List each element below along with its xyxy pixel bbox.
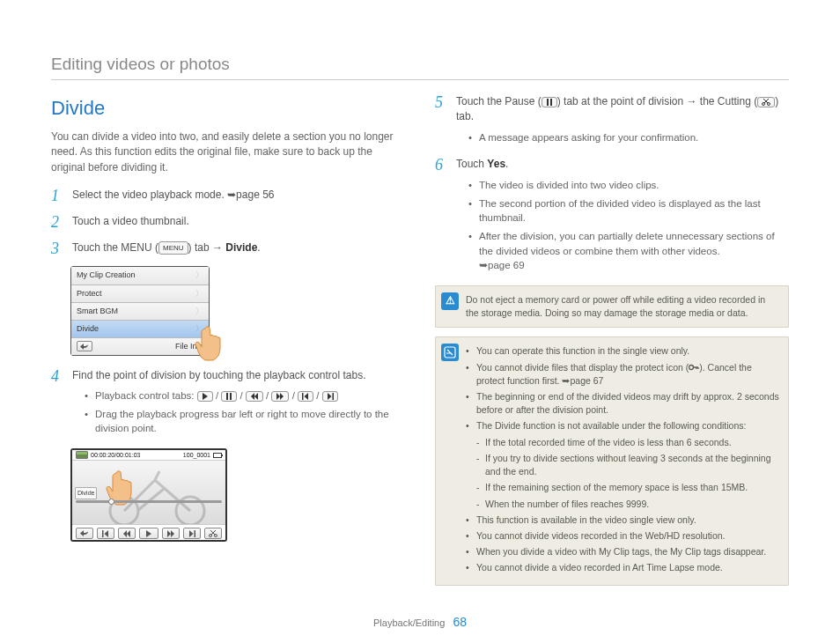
bullet: The second portion of the divided video … [468,196,789,225]
menu-screenshot: My Clip Creation〉 Protect〉 Smart BGM〉 Di… [70,266,210,355]
player-screenshot: 00:00:20/00:01:03 100_0001 Divide [70,448,227,542]
info-bullet: The beginning or end of the divided vide… [466,390,779,417]
step-1: 1 Select the video playback mode. ➥page … [51,188,405,205]
step-number: 4 [51,368,67,386]
svg-rect-0 [226,393,228,400]
info-bullet: This function is available in the video … [466,514,779,527]
menu-item-label: My Clip Creation [77,270,136,281]
bullet-text: Playback control tabs: [95,390,197,401]
menu-item: Protect〉 [71,285,209,303]
step-number: 1 [51,188,67,205]
info-sub-bullet: If the remaining section of the memory s… [466,481,779,494]
bullet: Drag the playback progress bar left or r… [85,407,405,436]
divide-label: Divide [225,241,257,254]
step-2: 2 Touch a video thumbnail. [51,214,405,232]
bullet: Playback control tabs: / / / / / [85,388,405,403]
pause-icon [542,97,557,107]
info-bullet: You cannot divide videos recorded in the… [466,529,779,543]
page-ref-text: page 69 [488,260,525,270]
page-heading: Editing videos or photos [51,55,789,80]
step-6: 6 Touch Yes. The video is divided into t… [435,157,789,276]
step-body: Touch a video thumbnail. [72,214,405,229]
timecode: 00:00:20/00:01:03 [91,451,140,460]
page-ref-text: page 56 [236,188,274,201]
info-bullet: When you divide a video with My Clip tag… [466,545,779,558]
rewind-button [118,528,136,539]
info-sub-bullet: When the number of files reaches 9999. [466,498,779,511]
step-text: Select the video playback mode. [72,188,227,201]
info-sub-bullet: If the total recorded time of the video … [466,436,779,449]
svg-rect-2 [302,393,304,400]
step-text: ) tab at the point of division → the Cut… [557,95,757,107]
page-ref-text: page 67 [570,375,603,386]
svg-rect-1 [230,393,232,400]
footer-section: Playback/Editing [373,617,445,628]
step-number: 6 [435,157,451,174]
frame-forward-icon [322,391,338,402]
bullet-text: After the division, you can partially de… [479,231,775,256]
step-text: ) tab → [188,241,226,254]
menu-item-label: Smart BGM [77,306,118,317]
menu-item-label: Protect [77,288,102,299]
menu-item: My Clip Creation〉 [71,267,209,285]
svg-rect-7 [195,530,196,537]
step-text: Touch [456,158,487,170]
cut-button [204,528,222,539]
menu-item: Smart BGM〉 [71,303,209,321]
step-text: . [257,241,260,254]
chevron-right-icon: 〉 [195,288,203,299]
play-icon [197,391,213,402]
step-number: 3 [51,240,67,258]
clipname: 100_0001 [183,451,210,460]
page-footer: Playback/Editing 68 [0,615,840,629]
frame-forward-button [183,528,201,539]
info-bullet: You can operate this function in the sin… [466,344,779,358]
svg-rect-6 [102,530,104,537]
intro-paragraph: You can divide a video into two, and eas… [51,129,405,175]
step-text: Touch the MENU ( [72,241,158,254]
menu-bottom-row: File Info [71,338,209,355]
back-icon [77,341,92,351]
step-3: 3 Touch the MENU (MENU) tab → Divide. [51,240,405,258]
bike-illustration [76,462,225,524]
info-icon [441,344,459,361]
bullet: The video is divided into two video clip… [468,178,789,193]
warning-text: Do not eject a memory card or power off … [466,294,765,318]
step-text: Find the point of division by touching t… [72,369,366,381]
svg-rect-10 [547,99,549,106]
page-number: 68 [453,615,467,629]
step-text: Touch the Pause ( [456,95,542,107]
player-viewport: Divide [72,461,225,524]
menu-button-icon: MENU [158,241,188,255]
player-controls [72,524,225,542]
info-bullet: You cannot divide a video recorded in Ar… [466,561,779,574]
info-note: You can operate this function in the sin… [435,336,789,585]
step-5: 5 Touch the Pause () tab at the point of… [435,94,789,148]
step-number: 2 [51,214,67,232]
info-bullet: You cannot divide files that display the… [466,361,779,388]
info-sub-bullet: If you try to divide sections without le… [466,452,779,478]
step-body: Select the video playback mode. ➥page 56 [72,188,405,203]
play-button [139,528,158,539]
hand-pointer-icon [193,325,228,362]
step-4: 4 Find the point of division by touching… [51,368,405,440]
step-body: Touch Yes. The video is divided into two… [456,157,789,276]
scissors-icon [757,97,775,107]
step-text: . [505,158,508,170]
fast-forward-icon [271,391,289,402]
info-bullet: The Divide function is not available und… [466,419,779,432]
warning-icon: ⚠ [441,292,459,310]
chevron-right-icon: 〉 [195,270,203,281]
svg-rect-3 [332,393,334,400]
thumbnail-icon [76,451,88,459]
chevron-right-icon: 〉 [195,306,203,317]
key-icon [689,364,699,371]
yes-label: Yes [487,158,505,170]
frame-back-icon [298,391,313,402]
section-title: Divide [51,94,405,122]
svg-rect-11 [550,99,552,106]
step-body: Touch the MENU (MENU) tab → Divide. [72,240,405,255]
page-ref: ➥page 56 [227,188,274,201]
menu-item-selected: Divide〉 [71,321,209,338]
right-column: 5 Touch the Pause () tab at the point of… [435,94,789,595]
